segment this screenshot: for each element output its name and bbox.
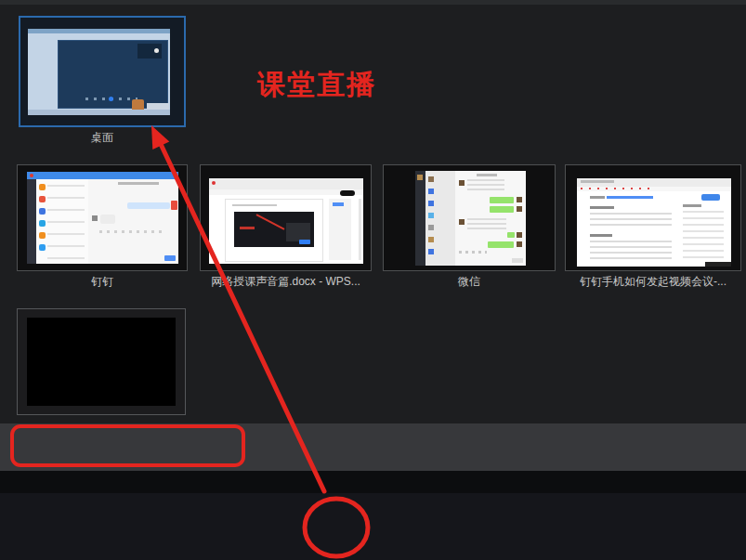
preview-shape [428, 225, 434, 230]
wps-doc-preview [201, 165, 371, 270]
preview-shape [683, 204, 701, 207]
thumbnail-dingtalk[interactable] [17, 164, 188, 271]
preview-shape [590, 234, 612, 237]
preview-shape [417, 175, 423, 180]
share-window-dialog: 桌面 钉钉 [0, 0, 746, 560]
desktop-preview [20, 18, 184, 125]
preview-shape [359, 199, 361, 260]
preview-shape [705, 262, 731, 267]
thumbnail-label: 网络授课声音篇.docx - WPS... [200, 275, 372, 288]
preview-shape [517, 232, 522, 238]
thumbnail-browser[interactable] [565, 164, 741, 271]
preview-shape [39, 244, 46, 251]
preview-shape [164, 255, 176, 261]
preview-shape [28, 29, 170, 33]
dingtalk-preview [18, 165, 187, 270]
preview-shape [118, 182, 159, 185]
preview-shape [581, 180, 614, 183]
preview-shape [415, 171, 425, 266]
preview-shape [459, 251, 487, 254]
thumbnail-wechat[interactable] [383, 164, 556, 271]
preview-shape [127, 202, 170, 209]
preview-shape [490, 197, 514, 203]
preview-shape [517, 197, 522, 202]
thumbnail-black-window[interactable] [17, 308, 186, 415]
preview-shape [28, 110, 170, 115]
preview-shape [507, 232, 515, 238]
preview-shape [428, 249, 434, 254]
preview-shape [428, 201, 434, 206]
preview-shape [27, 318, 176, 406]
preview-shape [459, 219, 465, 225]
preview-shape [27, 179, 36, 264]
preview-shape [683, 211, 724, 259]
thumbnail-label: 桌面 [19, 131, 186, 144]
preview-shape [590, 213, 672, 229]
preview-shape [488, 241, 514, 248]
preview-shape [39, 208, 46, 215]
preview-shape [428, 176, 434, 182]
options-bar: 共享电脑音频 视频流畅度优先 ? 取消 共享 [0, 423, 746, 471]
preview-shape [154, 48, 159, 53]
window-top-edge [0, 0, 746, 5]
panel-gap [0, 471, 746, 493]
preview-shape [340, 190, 355, 196]
preview-shape [333, 202, 344, 206]
preview-shape [490, 206, 514, 213]
preview-shape [477, 174, 497, 176]
preview-shape [517, 206, 522, 212]
thumbnail-label: 钉钉 [17, 275, 188, 288]
preview-shape [467, 179, 504, 192]
preview-shape [232, 204, 277, 206]
preview-shape [590, 241, 672, 261]
preview-shape [30, 174, 33, 177]
preview-shape [240, 227, 255, 229]
preview-shape [212, 181, 216, 185]
preview-shape [590, 206, 614, 209]
preview-shape [581, 188, 655, 189]
preview-shape [512, 258, 523, 263]
preview-shape [286, 223, 310, 241]
preview-shape [39, 232, 46, 239]
preview-shape [467, 218, 506, 229]
thumbnail-wps-doc[interactable] [200, 164, 372, 271]
preview-shape [590, 196, 605, 199]
black-window-preview [18, 309, 185, 414]
preview-shape [459, 180, 465, 186]
preview-shape [428, 189, 434, 194]
thumbnail-desktop[interactable] [19, 16, 186, 127]
preview-shape [100, 215, 115, 224]
preview-shape [701, 194, 720, 201]
preview-shape [27, 172, 178, 179]
preview-shape [428, 213, 434, 218]
browser-preview [566, 165, 740, 270]
preview-shape [299, 240, 310, 244]
preview-shape [517, 241, 522, 247]
preview-shape [109, 97, 113, 101]
preview-shape [39, 196, 46, 202]
preview-shape [92, 215, 98, 221]
bottom-toolbar: 举手列表 点名 答题卡 录制 全员静音 [0, 493, 746, 560]
preview-shape [428, 237, 434, 242]
annotation-title: 课堂直播 [257, 66, 376, 104]
preview-shape [607, 196, 653, 199]
preview-shape [209, 178, 363, 189]
thumbnail-label: 钉钉手机如何发起视频会议-... [565, 275, 741, 288]
thumbnail-label: 微信 [383, 275, 556, 288]
preview-shape [47, 185, 85, 259]
wechat-preview [384, 165, 555, 270]
preview-shape [99, 230, 166, 233]
preview-shape [39, 220, 46, 227]
preview-shape [329, 199, 351, 260]
preview-shape [39, 184, 46, 190]
preview-shape [171, 201, 177, 210]
